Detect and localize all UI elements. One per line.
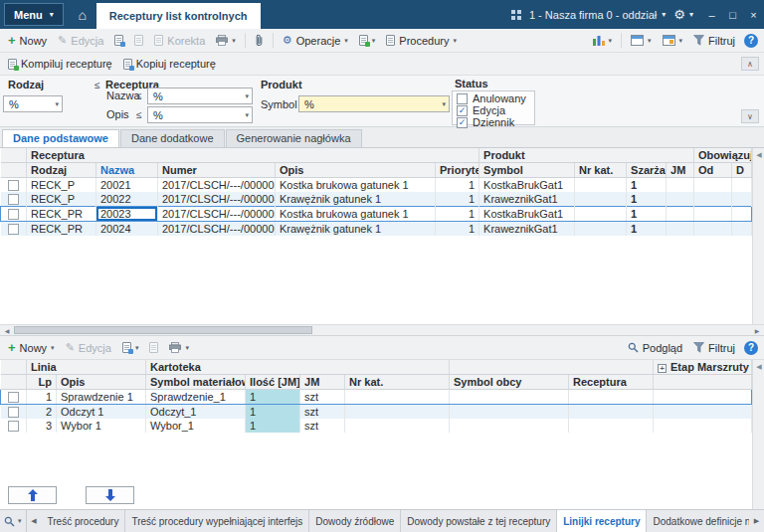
col-priorytet[interactable]: Priorytet xyxy=(436,163,479,178)
cell-receptura[interactable] xyxy=(569,390,654,405)
cell-opis[interactable]: Odczyt 1 xyxy=(57,405,146,420)
cell-do[interactable] xyxy=(732,178,752,193)
cell-jm[interactable] xyxy=(667,192,694,207)
col-opis[interactable]: Opis xyxy=(276,163,436,178)
move-up-button[interactable] xyxy=(8,486,57,504)
cell-etap[interactable] xyxy=(654,390,752,405)
line-row[interactable]: 1Sprawdzenie 1Sprawdzenie_11szt xyxy=(1,390,752,405)
cell-symbol-obcy[interactable] xyxy=(450,390,569,405)
horizontal-scrollbar[interactable]: ◀ ▶ xyxy=(0,324,764,336)
cell-opis[interactable]: Krawężnik gatunek 1 xyxy=(276,192,436,207)
compile-recipe-button[interactable]: Kompiluj recepturę xyxy=(3,56,117,72)
row-select-cell[interactable] xyxy=(1,222,27,237)
cell-opis[interactable]: Krawężnik gatunek 1 xyxy=(276,222,436,237)
cell-nr-kat[interactable] xyxy=(345,405,450,420)
line-row[interactable]: 3Wybor 1Wybor_11szt xyxy=(1,419,752,433)
cell-jm[interactable] xyxy=(667,207,694,222)
cell-priorytet[interactable]: 1 xyxy=(436,192,479,207)
cell-nr-kat[interactable] xyxy=(345,390,450,405)
cell-lp[interactable]: 3 xyxy=(27,419,57,433)
cell-symbol[interactable]: KraweznikGat1 xyxy=(479,222,575,237)
row-select-cell[interactable] xyxy=(1,405,27,420)
tab-dane-podstawowe[interactable]: Dane podstawowe xyxy=(2,129,119,147)
scrollbar-track[interactable] xyxy=(14,325,750,335)
korekta-button[interactable]: Korekta xyxy=(149,33,210,49)
cell-receptura[interactable] xyxy=(569,419,654,433)
cell-priorytet[interactable]: 1 xyxy=(436,178,479,193)
window-tab-receptury[interactable]: Receptury list kontrolnych xyxy=(96,3,261,29)
row-checkbox[interactable] xyxy=(8,180,19,191)
cell-symbol[interactable]: KostkaBrukGat1 xyxy=(479,207,575,222)
cell-opis[interactable]: Kostka brukowa gatunek 1 xyxy=(276,178,436,193)
cell-nazwa[interactable]: 20021 xyxy=(96,178,158,193)
help-button[interactable]: ? xyxy=(744,341,758,355)
cell-etap[interactable] xyxy=(654,405,752,420)
col-etap[interactable] xyxy=(654,375,752,390)
cell-numer[interactable]: 2017/CLSCH/---/000003 xyxy=(158,178,276,193)
move-down-button[interactable] xyxy=(86,486,134,504)
cell-symbol-obcy[interactable] xyxy=(450,405,569,420)
preview-button[interactable]: Podgląd xyxy=(623,340,687,356)
cell-jm[interactable]: szt xyxy=(300,405,345,420)
export-button[interactable]: ▾ xyxy=(354,33,381,48)
cell-jm[interactable]: szt xyxy=(300,419,345,433)
row-checkbox[interactable] xyxy=(8,209,19,220)
cell-etap[interactable] xyxy=(654,419,752,433)
cell-lp[interactable]: 2 xyxy=(27,405,57,420)
cell-do[interactable] xyxy=(732,207,752,222)
row-checkbox[interactable] xyxy=(8,407,19,418)
cell-od[interactable] xyxy=(694,178,732,193)
col-jm[interactable]: JM xyxy=(667,163,694,178)
row-checkbox[interactable] xyxy=(8,194,19,205)
recipe-row[interactable]: RECK_PR200232017/CLSCH/---/000005Kostka … xyxy=(1,207,752,222)
btab-treść-procedury-wypełniającej-interfejs[interactable]: Treść procedury wypełniającej interfejs xyxy=(125,510,309,532)
tab-generowanie-nagłówka[interactable]: Generowanie nagłówka xyxy=(226,129,362,147)
cell-lp[interactable]: 1 xyxy=(27,390,57,405)
col-symbol[interactable]: Symbol xyxy=(479,163,575,178)
checkbox-unchecked-icon[interactable] xyxy=(457,93,468,104)
minimize-button[interactable]: – xyxy=(701,9,722,21)
line-print-button[interactable]: ▾ xyxy=(164,340,194,355)
checkbox-checked-icon[interactable]: ✓ xyxy=(457,105,468,116)
select-all-header[interactable] xyxy=(1,375,27,390)
collapse-filter-button[interactable]: ∧ xyxy=(741,57,759,71)
col-symbol-materialowy[interactable]: Symbol materiałowy xyxy=(146,375,246,390)
cell-opis[interactable]: Wybor 1 xyxy=(57,419,146,433)
row-select-cell[interactable] xyxy=(1,419,27,433)
view-layout-button[interactable]: ▾ xyxy=(626,33,657,48)
cell-rodzaj[interactable]: RECK_PR xyxy=(27,222,96,237)
cell-do[interactable] xyxy=(732,192,752,207)
btab-linijki-receptury[interactable]: Linijki receptury xyxy=(557,510,647,532)
close-button[interactable]: × xyxy=(743,9,764,21)
row-checkbox[interactable] xyxy=(8,224,19,235)
cell-receptura[interactable] xyxy=(569,405,654,420)
tabs-scroll-right[interactable]: ▶ xyxy=(749,510,764,532)
cell-symbol-materialowy[interactable]: Odczyt_1 xyxy=(146,405,246,420)
checkbox-checked-icon[interactable]: ✓ xyxy=(457,117,468,128)
menu-button[interactable]: Menu ▾ xyxy=(4,3,64,26)
tabs-scroll-left[interactable]: ◀ xyxy=(27,510,42,532)
row-select-cell[interactable] xyxy=(1,207,27,222)
col-numer[interactable]: Numer xyxy=(158,163,276,178)
cell-symbol-obcy[interactable] xyxy=(450,419,569,433)
cell-opis[interactable]: Kostka brukowa gatunek 1 xyxy=(276,207,436,222)
procedures-button[interactable]: Procedury ▾ xyxy=(381,33,462,49)
le-operator[interactable]: ≤ xyxy=(136,109,142,120)
cell-symbol[interactable]: KraweznikGat1 xyxy=(479,192,575,207)
cell-szarza[interactable]: 1 xyxy=(627,178,667,193)
row-select-cell[interactable] xyxy=(1,192,27,207)
cell-opis[interactable]: Sprawdzenie 1 xyxy=(57,390,146,405)
recipe-row[interactable]: RECK_P200222017/CLSCH/---/000004Krawężni… xyxy=(1,192,752,207)
scroll-left-arrow[interactable]: ◀ xyxy=(0,325,14,335)
col-ilosc[interactable]: Ilość [JM] xyxy=(246,375,300,390)
collapse-panel-button[interactable]: ∨ xyxy=(741,109,759,123)
cell-szarza[interactable]: 1 xyxy=(627,192,667,207)
cell-ilosc[interactable]: 1 xyxy=(246,390,300,405)
column-scroll-rail[interactable]: ◀ xyxy=(752,360,764,509)
col-nr-kat[interactable]: Nr kat. xyxy=(345,375,450,390)
cell-numer[interactable]: 2017/CLSCH/---/000004 xyxy=(158,192,276,207)
tab-dane-dodatkowe[interactable]: Dane dodatkowe xyxy=(120,129,225,147)
cell-nazwa[interactable]: 20023 xyxy=(96,207,158,222)
cell-rodzaj[interactable]: RECK_P xyxy=(27,178,96,193)
cell-jm[interactable] xyxy=(667,222,694,237)
